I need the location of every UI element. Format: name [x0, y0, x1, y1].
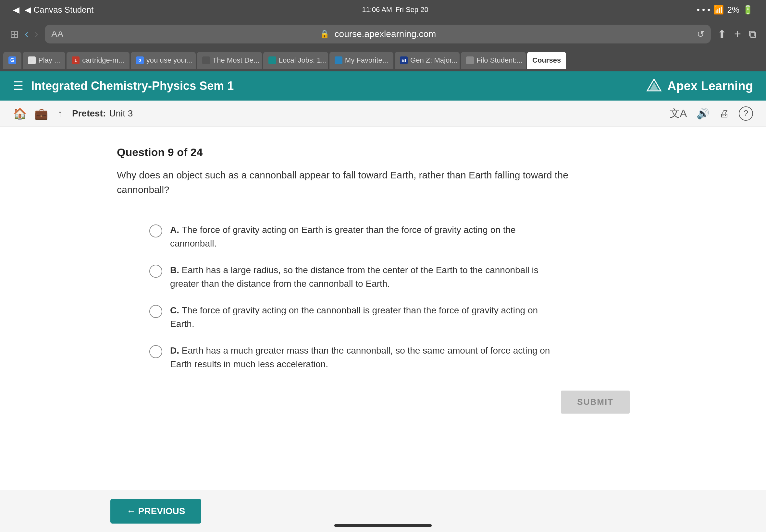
- more-dots: • • •: [697, 5, 711, 15]
- app-header-left: ☰ Integrated Chemistry-Physics Sem 1: [13, 79, 234, 93]
- forward-button[interactable]: ›: [34, 27, 38, 41]
- answer-option-d[interactable]: D. Earth has a much greater mass than th…: [149, 344, 649, 371]
- answer-content-d: Earth has a much greater mass than the c…: [170, 345, 550, 369]
- tab-cartridge-label: cartridge-m...: [82, 56, 124, 65]
- breadcrumb-value: Unit 3: [109, 108, 133, 119]
- share-icon[interactable]: ⬆: [717, 28, 726, 41]
- answer-option-c[interactable]: C. The force of gravity acting on the ca…: [149, 304, 649, 331]
- tab-local-jobs-label: Local Jobs: 1...: [279, 56, 327, 65]
- canvas-student-label: ◀ Canvas Student: [25, 5, 93, 15]
- print-icon[interactable]: 🖨: [719, 108, 729, 119]
- tab-my-fav[interactable]: My Favorite...: [329, 52, 394, 69]
- radio-b[interactable]: [149, 265, 162, 278]
- sub-header-icons: 🏠 💼: [13, 107, 48, 120]
- tab-courses-label: Courses: [532, 56, 561, 65]
- sub-header-left: 🏠 💼 ↑ Pretest: Unit 3: [13, 107, 133, 120]
- answer-text-b: B. Earth has a large radius, so the dist…: [170, 263, 560, 291]
- battery-label: 2%: [727, 5, 739, 15]
- sub-header: 🏠 💼 ↑ Pretest: Unit 3 文A 🔊 🖨 ?: [0, 101, 766, 127]
- home-indicator: [334, 524, 432, 527]
- browser-chrome: ⊞ ‹ › AA 🔒 course.apexlearning.com ↺ ⬆ +…: [0, 19, 766, 49]
- footer: ← PREVIOUS: [0, 490, 766, 532]
- breadcrumb: Pretest: Unit 3: [72, 108, 133, 119]
- answer-option-a[interactable]: A. The force of gravity acting on Earth …: [149, 223, 649, 250]
- question-divider: [117, 210, 649, 210]
- status-bar-left: ◀ ◀ Canvas Student: [13, 5, 93, 15]
- breadcrumb-label: Pretest:: [72, 108, 106, 119]
- answer-options: A. The force of gravity acting on Earth …: [149, 223, 649, 371]
- submit-area: SUBMIT: [117, 391, 649, 414]
- radio-d[interactable]: [149, 345, 162, 358]
- address-bar[interactable]: AA 🔒 course.apexlearning.com ↺: [45, 25, 711, 43]
- answer-letter-a: A.: [170, 225, 182, 235]
- content-area: Question 9 of 24 Why does an object such…: [0, 127, 766, 490]
- answer-letter-b: B.: [170, 265, 182, 275]
- apex-logo-icon: [646, 78, 662, 94]
- svg-text:G: G: [139, 59, 141, 62]
- tabs-icon[interactable]: ⧉: [749, 28, 756, 40]
- back-button[interactable]: ‹: [25, 27, 29, 41]
- answer-content-c: The force of gravity acting on the canno…: [170, 305, 538, 329]
- answer-option-b[interactable]: B. Earth has a large radius, so the dist…: [149, 263, 649, 291]
- radio-a[interactable]: [149, 224, 162, 237]
- tab-local-jobs[interactable]: Local Jobs: 1...: [263, 52, 328, 69]
- status-bar-center: 11:06 AM Fri Sep 20: [362, 6, 428, 14]
- browser-nav-icons: ⊞ ‹ ›: [10, 27, 38, 41]
- tabs-bar: G ▶ Play ... 1 cartridge-m... G you use …: [0, 49, 766, 71]
- translate-icon[interactable]: 文A: [670, 106, 687, 121]
- answer-letter-d: D.: [170, 345, 182, 356]
- tab-play-label: Play ...: [38, 56, 60, 65]
- add-tab-icon[interactable]: +: [734, 27, 741, 41]
- refresh-icon[interactable]: ↺: [697, 29, 704, 40]
- wifi-icon: 📶: [713, 5, 724, 15]
- battery-icon: 🔋: [743, 5, 753, 15]
- submit-button[interactable]: SUBMIT: [561, 391, 630, 414]
- radio-c[interactable]: [149, 305, 162, 318]
- tab-my-fav-label: My Favorite...: [345, 56, 388, 65]
- previous-button[interactable]: ← PREVIOUS: [110, 499, 201, 524]
- tab-you-use[interactable]: G you use your...: [131, 52, 196, 69]
- question-text: Why does an object such as a cannonball …: [117, 168, 571, 197]
- aa-label: AA: [51, 29, 63, 39]
- tab-most-de[interactable]: The Most De...: [197, 52, 262, 69]
- app-header: ☰ Integrated Chemistry-Physics Sem 1 Ape…: [0, 71, 766, 101]
- up-arrow-icon: ↑: [58, 108, 62, 119]
- apex-brand-name: Apex Learning: [667, 79, 753, 93]
- answer-text-d: D. Earth has a much greater mass than th…: [170, 344, 560, 371]
- answer-letter-c: C.: [170, 305, 182, 315]
- audio-icon[interactable]: 🔊: [697, 107, 710, 120]
- help-icon[interactable]: ?: [739, 106, 753, 121]
- status-bar-right: • • • 📶 2% 🔋: [697, 5, 753, 15]
- tab-gen-z-label: Gen Z: Major...: [410, 56, 458, 65]
- apex-brand: Apex Learning: [646, 78, 753, 94]
- time-label: 11:06 AM: [362, 6, 392, 14]
- tab-play[interactable]: ▶ Play ...: [23, 52, 65, 69]
- tab-most-de-label: The Most De...: [213, 56, 259, 65]
- hamburger-icon[interactable]: ☰: [13, 79, 23, 93]
- home-icon[interactable]: 🏠: [13, 107, 27, 120]
- tab-courses[interactable]: Courses: [527, 52, 566, 69]
- url-text: course.apexlearning.com: [334, 29, 436, 39]
- course-title: Integrated Chemistry-Physics Sem 1: [31, 79, 234, 93]
- tab-filo[interactable]: Filo Student:... ✕: [461, 52, 526, 69]
- tab-cartridge[interactable]: 1 cartridge-m...: [67, 52, 129, 69]
- date-label: Fri Sep 20: [395, 6, 429, 14]
- answer-text-c: C. The force of gravity acting on the ca…: [170, 304, 560, 331]
- answer-text-a: A. The force of gravity acting on Earth …: [170, 223, 560, 250]
- back-arrow-icon: ◀: [13, 5, 19, 15]
- tab-g[interactable]: G: [3, 52, 21, 69]
- answer-content-b: Earth has a large radius, so the distanc…: [170, 265, 539, 289]
- tab-you-use-label: you use your...: [146, 56, 193, 65]
- briefcase-icon[interactable]: 💼: [34, 107, 48, 120]
- sidebar-toggle-icon[interactable]: ⊞: [10, 28, 19, 41]
- question-header: Question 9 of 24: [117, 146, 649, 159]
- tab-filo-label: Filo Student:...: [477, 56, 523, 65]
- browser-actions: ⬆ + ⧉: [717, 27, 756, 41]
- status-bar: ◀ ◀ Canvas Student 11:06 AM Fri Sep 20 •…: [0, 0, 766, 19]
- lock-icon: 🔒: [320, 30, 329, 39]
- sub-header-right: 文A 🔊 🖨 ?: [670, 106, 753, 121]
- answer-content-a: The force of gravity acting on Earth is …: [170, 225, 516, 248]
- tab-gen-z[interactable]: BI Gen Z: Major...: [395, 52, 460, 69]
